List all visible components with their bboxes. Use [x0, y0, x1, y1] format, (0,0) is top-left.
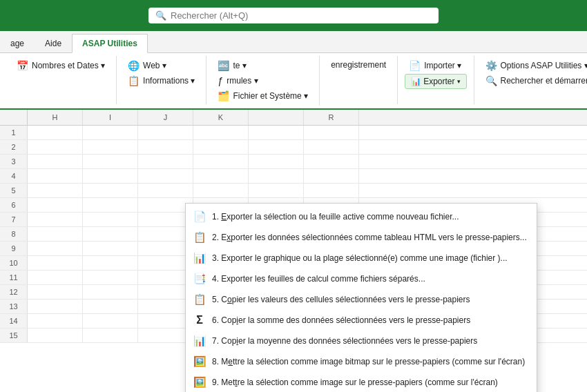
btn-informations[interactable]: 📋 Informations ▾	[124, 74, 199, 88]
group-options: ⚙️ Options ASAP Utilities ▾ 🔍 Rechercher…	[474, 56, 587, 104]
tab-asap-utilities[interactable]: ASAP Utilities	[72, 34, 148, 53]
grid-cell[interactable]	[83, 140, 138, 154]
grid-cell[interactable]	[28, 314, 83, 328]
importer-label: Importer ▾	[424, 61, 461, 70]
grid-cell[interactable]	[28, 300, 83, 313]
row-header: 10	[0, 256, 28, 270]
grid-cell[interactable]	[83, 213, 138, 226]
btn-importer[interactable]: 📄 Importer ▾	[405, 59, 466, 72]
tab-aide[interactable]: Aide	[35, 34, 72, 53]
grid-cell[interactable]	[28, 242, 83, 255]
grid-cell[interactable]	[249, 184, 304, 197]
grid-cell[interactable]	[83, 314, 138, 328]
dropdown-item-6[interactable]: Σ 6. Copier la somme des données sélecti…	[186, 310, 537, 331]
grid-cell[interactable]	[83, 169, 138, 183]
search-bar: 🔍	[0, 0, 587, 31]
grid-cell[interactable]	[193, 140, 249, 154]
grid-cell[interactable]	[83, 329, 138, 342]
grid-cell[interactable]	[83, 126, 138, 139]
nombres-dates-label: Nombres et Dates ▾	[32, 61, 105, 70]
grid-cell[interactable]	[304, 140, 359, 154]
grid-cell[interactable]	[83, 227, 138, 241]
item-1-icon: 📄	[193, 210, 206, 223]
btn-web[interactable]: 🌐 Web ▾	[124, 59, 199, 72]
exporter-label: Exporter	[423, 77, 454, 86]
grid-cell[interactable]	[249, 126, 304, 139]
grid-cell[interactable]	[28, 227, 83, 241]
dropdown-item-4[interactable]: 📑 4. Exporter les feuilles de calcul com…	[186, 268, 537, 289]
grid-cell[interactable]	[193, 126, 249, 139]
grid-cell[interactable]	[28, 169, 83, 183]
grid-cell[interactable]	[83, 300, 138, 313]
grid-cell[interactable]	[138, 126, 193, 139]
grid-cell[interactable]	[304, 169, 359, 183]
grid-row: 1	[0, 126, 587, 140]
grid-cell[interactable]	[83, 256, 138, 270]
grid-cell[interactable]	[83, 271, 138, 284]
dropdown-item-9[interactable]: 🖼️ 9. Mettre la sélection comme image su…	[186, 372, 537, 392]
grid-cell[interactable]	[28, 126, 83, 139]
grid-cell[interactable]	[249, 155, 304, 168]
nombres-dates-col: 📅 Nombres et Dates ▾	[12, 59, 109, 72]
dropdown-item-5[interactable]: 📋 5. Copier les valeurs des cellules sél…	[186, 289, 537, 310]
item-5-icon: 📋	[193, 293, 206, 306]
btn-options-asap[interactable]: ⚙️ Options ASAP Utilities ▾	[481, 59, 587, 72]
grid-cell[interactable]	[28, 285, 83, 299]
grid-cell[interactable]	[304, 126, 359, 139]
item-2-icon: 📋	[193, 231, 206, 244]
grid-cell[interactable]	[249, 169, 304, 183]
btn-fichier-systeme[interactable]: 🗂️ Fichier et Système ▾	[213, 89, 312, 103]
grid-cell[interactable]	[138, 155, 193, 168]
btn-nombres-dates[interactable]: 📅 Nombres et Dates ▾	[12, 59, 109, 72]
item-4-icon: 📑	[193, 273, 206, 285]
grid-cell[interactable]	[83, 285, 138, 299]
dropdown-item-2[interactable]: 📋 2. Exporter les données sélectionnées …	[186, 227, 537, 248]
options-col: ⚙️ Options ASAP Utilities ▾ 🔍 Rechercher…	[481, 59, 587, 88]
dropdown-item-7[interactable]: 📊 7. Copier la moyenne des données sélec…	[186, 331, 537, 351]
search-input[interactable]	[171, 10, 432, 21]
grid-cell[interactable]	[138, 140, 193, 154]
grid-cell[interactable]	[83, 242, 138, 255]
item-8-text: 8. Mettre la sélection comme image bitma…	[212, 357, 530, 366]
btn-rechercher-utilitaire[interactable]: 🔍 Rechercher et démarrer un utilitaire	[481, 74, 587, 88]
grid-cell[interactable]	[193, 155, 249, 168]
grid-cell[interactable]	[83, 155, 138, 168]
grid-cell[interactable]	[28, 198, 83, 212]
grid-cell[interactable]	[28, 140, 83, 154]
grid-cell[interactable]	[28, 256, 83, 270]
col-corner	[0, 110, 28, 125]
grid-cell[interactable]	[304, 155, 359, 168]
group-enregistrement: enregistrement	[320, 56, 398, 104]
grid-cell[interactable]	[28, 213, 83, 226]
dropdown-item-1[interactable]: 📄 1. Exporter la sélection ou la feuille…	[186, 206, 537, 227]
item-7-text: 7. Copier la moyenne des données sélecti…	[212, 336, 530, 346]
tab-age[interactable]: age	[0, 34, 35, 53]
dropdown-item-3[interactable]: 📊 3. Exporter le graphique ou la plage s…	[186, 248, 537, 268]
grid-cell[interactable]	[83, 198, 138, 212]
grid-row: 3	[0, 155, 587, 169]
row-header: 4	[0, 169, 28, 183]
btn-enregistrement[interactable]: enregistrement	[327, 59, 390, 71]
grid-cell[interactable]	[28, 184, 83, 197]
grid-cell[interactable]	[249, 140, 304, 154]
grid-cell[interactable]	[193, 169, 249, 183]
grid-cell[interactable]	[28, 329, 83, 342]
informations-icon: 📋	[128, 75, 139, 86]
spreadsheet-area: H I J K R 123456789101112131415 📄 1. Exp…	[0, 110, 587, 343]
btn-te[interactable]: 🔤 te ▾	[213, 59, 312, 72]
row-header: 11	[0, 271, 28, 284]
dropdown-item-8[interactable]: 🖼️ 8. Mettre la sélection comme image bi…	[186, 351, 537, 372]
group-web: 🌐 Web ▾ 📋 Informations ▾	[117, 56, 206, 104]
btn-formules[interactable]: ƒ rmules ▾	[213, 74, 312, 88]
btn-exporter[interactable]: 📊 Exporter ▾	[405, 74, 466, 89]
grid-cell[interactable]	[28, 155, 83, 168]
grid-cell[interactable]	[138, 169, 193, 183]
grid-cell[interactable]	[304, 184, 359, 197]
grid-cell[interactable]	[28, 271, 83, 284]
item-3-icon: 📊	[193, 252, 206, 264]
grid-cell[interactable]	[193, 184, 249, 197]
grid-cell[interactable]	[138, 184, 193, 197]
row-header: 2	[0, 140, 28, 154]
item-8-icon: 🖼️	[193, 355, 206, 368]
grid-cell[interactable]	[83, 184, 138, 197]
